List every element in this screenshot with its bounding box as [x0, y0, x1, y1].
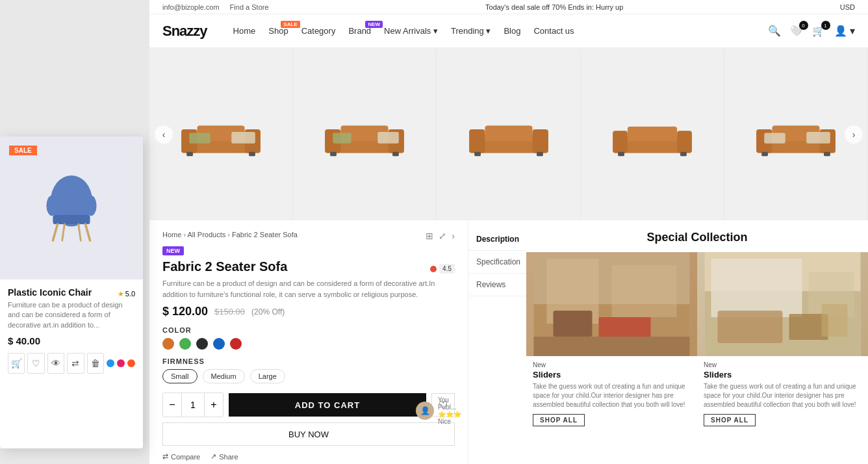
add-to-cart-button[interactable]: ADD TO CART	[229, 393, 426, 417]
cart-icon[interactable]: 🛒 1	[812, 25, 825, 37]
nav-category[interactable]: Category	[301, 26, 336, 36]
nav-blog[interactable]: Blog	[504, 26, 520, 36]
nav-brand[interactable]: Brand NEW	[348, 26, 371, 36]
search-icon[interactable]: 🔍	[768, 25, 781, 37]
nav-icons: 🔍 🤍 0 🛒 1 👤 ▾	[768, 25, 855, 37]
shop-sale-badge: SALE	[281, 21, 300, 28]
svg-line-53	[85, 224, 90, 240]
breadcrumb-home[interactable]: Home	[162, 231, 181, 238]
carousel-image-2[interactable]	[293, 48, 437, 220]
breadcrumb-all-products[interactable]: All Products	[188, 231, 226, 238]
view-grid-icon[interactable]: ⊞	[426, 231, 433, 241]
color-green[interactable]	[179, 338, 191, 350]
email-link[interactable]: info@bizople.com	[162, 3, 220, 11]
color-orange[interactable]	[162, 338, 174, 350]
collection-desc-1: Take the guess work out of creating a fu…	[533, 382, 691, 409]
svg-rect-6	[186, 151, 193, 156]
collection-image-top-left[interactable]	[526, 252, 697, 356]
svg-rect-12	[333, 133, 351, 143]
buy-now-button[interactable]: BUY NOW	[162, 422, 455, 446]
color-dark[interactable]	[196, 338, 208, 350]
firmness-options: Small Medium Large	[162, 369, 455, 383]
card-info: Plastic Iconic Chair ★ 5.0 Furniture can…	[0, 279, 143, 381]
svg-line-52	[53, 224, 57, 240]
expand-icon[interactable]: ⤢	[439, 231, 446, 241]
quantity-control: − +	[162, 393, 223, 417]
nav-new-arrivals[interactable]: New Arrivals ▾	[384, 26, 438, 36]
svg-rect-14	[330, 151, 337, 156]
svg-rect-21	[537, 151, 543, 156]
share-action[interactable]: ↗ Share	[211, 452, 238, 461]
logo[interactable]: Snazzy	[162, 23, 207, 40]
card-delete-button[interactable]: 🗑	[87, 353, 104, 374]
deal-text: Today's deal sale off 70% Ends in: Hurry…	[485, 3, 623, 11]
card-sale-badge: SALE	[9, 146, 37, 155]
svg-line-54	[62, 224, 65, 240]
wishlist-icon[interactable]: 🤍 0	[790, 25, 803, 37]
chevron-right-icon[interactable]: ›	[452, 231, 455, 241]
qty-decrease[interactable]: −	[163, 393, 181, 417]
card-view-button[interactable]: 👁	[47, 353, 64, 374]
svg-rect-5	[231, 131, 255, 143]
tab-reviews[interactable]: Reviews	[468, 274, 526, 296]
svg-rect-49	[822, 304, 848, 337]
card-wishlist-button[interactable]: ♡	[27, 353, 44, 374]
find-store-link[interactable]: Find a Store	[230, 3, 269, 11]
nav-home[interactable]: Home	[233, 26, 256, 36]
shop-all-button-2[interactable]: SHOP ALL	[704, 414, 756, 426]
color-red[interactable]	[230, 338, 242, 350]
card-compare-button[interactable]: ⇄	[67, 353, 84, 374]
quantity-input[interactable]	[181, 393, 205, 417]
svg-rect-27	[680, 151, 687, 156]
collection-badge-1: New	[533, 361, 691, 368]
color-blue[interactable]	[213, 338, 225, 350]
carousel-image-4[interactable]	[581, 48, 724, 220]
nav-contact[interactable]: Contact us	[533, 26, 574, 36]
card-rating-value: 5.0	[125, 290, 135, 298]
collection-info-top-right: New Sliders Take the guess work out of c…	[697, 356, 868, 432]
svg-rect-47	[718, 311, 783, 343]
color-options	[162, 338, 455, 350]
card-description: Furniture can be a product of design and…	[8, 300, 135, 330]
svg-rect-39	[612, 265, 677, 317]
product-tabs: Description Specification Reviews	[468, 220, 526, 464]
top-bar: info@bizople.com Find a Store Today's de…	[149, 0, 868, 14]
card-bottom-row: 🛒 ♡ 👁 ⇄ 🗑	[8, 353, 135, 374]
nav-trending[interactable]: Trending ▾	[451, 26, 491, 36]
svg-rect-15	[392, 151, 399, 156]
compare-action[interactable]: ⇄ Compare	[162, 452, 200, 461]
card-cart-button[interactable]: 🛒	[8, 353, 25, 374]
currency-selector[interactable]: USD	[840, 3, 855, 11]
breadcrumb-current: Fabric 2 Seater Sofa	[232, 231, 298, 238]
carousel-prev[interactable]: ‹	[155, 125, 173, 144]
tab-description[interactable]: Description	[468, 228, 526, 251]
card-product-title: Plastic Iconic Chair	[8, 287, 92, 298]
firmness-medium[interactable]: Medium	[203, 369, 245, 383]
svg-rect-18	[532, 129, 548, 153]
collection-info-top-left: New Sliders Take the guess work out of c…	[526, 356, 697, 432]
nav-shop[interactable]: Shop SALE	[268, 26, 288, 36]
tab-specification[interactable]: Specification	[468, 251, 526, 274]
carousel-next[interactable]: ›	[845, 125, 863, 144]
shop-all-button-1[interactable]: SHOP ALL	[533, 414, 585, 426]
card-color-blue[interactable]	[107, 359, 114, 367]
user-icon[interactable]: 👤 ▾	[834, 25, 855, 37]
qty-increase[interactable]: +	[205, 393, 223, 417]
collection-image-top-right[interactable]	[697, 252, 868, 356]
svg-rect-17	[469, 129, 485, 153]
svg-rect-32	[764, 133, 785, 143]
card-rating: ★ 5.0	[118, 290, 135, 298]
carousel-image-3[interactable]	[437, 48, 580, 220]
firmness-large[interactable]: Large	[250, 369, 285, 383]
reviewer-avatar: 👤	[416, 402, 434, 420]
svg-rect-40	[554, 311, 593, 337]
product-actions: ⇄ Compare ↗ Share	[162, 452, 455, 461]
collection-badge-2: New	[704, 361, 862, 368]
price-original: $150.00	[214, 307, 245, 316]
svg-line-55	[79, 224, 81, 240]
firmness-small[interactable]: Small	[162, 369, 198, 383]
card-color-orange[interactable]	[127, 359, 135, 367]
special-collection-title: Special Collection	[526, 220, 868, 252]
card-color-pink[interactable]	[117, 359, 125, 367]
price-current: $ 120.00	[162, 305, 208, 318]
